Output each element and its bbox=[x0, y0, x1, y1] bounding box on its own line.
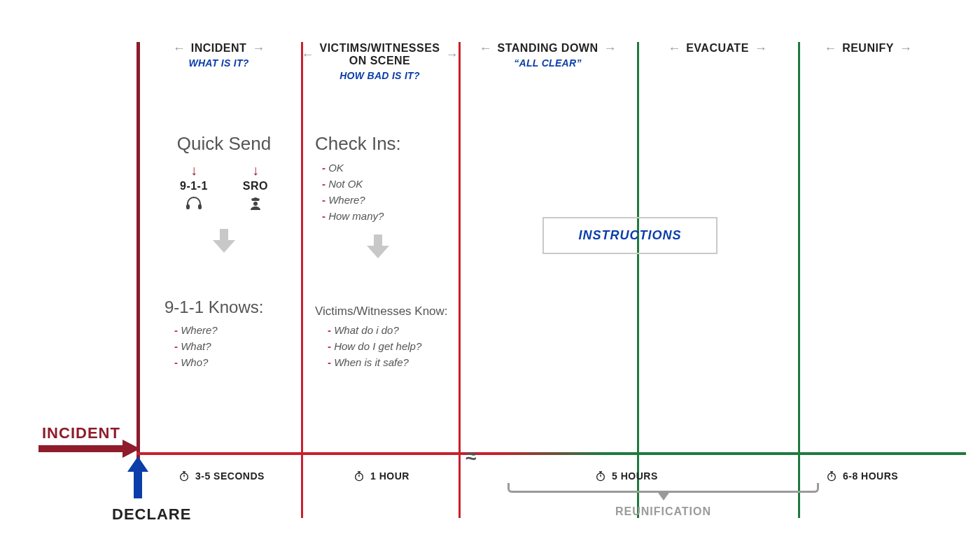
divider-3 bbox=[637, 42, 639, 518]
reunification-label: REUNIFICATION bbox=[507, 505, 819, 518]
quick-send-block: Quick Send ↓ 9-1-1 ↓ SRO bbox=[158, 133, 290, 265]
time-label-2: 1 HOUR bbox=[354, 470, 410, 482]
col-subtitle: HOW BAD IS IT? bbox=[304, 70, 455, 81]
instructions-box: INSTRUCTIONS bbox=[542, 217, 718, 254]
svg-point-5 bbox=[828, 473, 836, 481]
quick-send-sro: ↓ SRO bbox=[243, 162, 268, 216]
quick-send-title: Quick Send bbox=[158, 133, 290, 155]
time-text: 1 HOUR bbox=[370, 470, 410, 482]
label-sro: SRO bbox=[243, 180, 268, 192]
label-911: 9-1-1 bbox=[180, 180, 208, 192]
big-arrow-down-icon bbox=[158, 225, 290, 257]
list-item: OK bbox=[322, 162, 455, 174]
col-title: REUNIFY bbox=[842, 42, 894, 55]
divider-1 bbox=[301, 42, 303, 518]
declare-label: DECLARE bbox=[112, 505, 191, 524]
reunification-brace: REUNIFICATION bbox=[507, 483, 819, 518]
declare-arrow-icon bbox=[127, 456, 148, 501]
svg-point-2 bbox=[181, 473, 188, 481]
vw-know-title: Victims/Witnesses Know: bbox=[315, 304, 462, 318]
col-title: STANDING DOWN bbox=[498, 42, 598, 55]
arrow-down-icon: ↓ bbox=[243, 166, 268, 174]
col-header-incident: ←INCIDENT→ WHAT IS IT? bbox=[140, 42, 298, 69]
col-subtitle: “ALL CLEAR” bbox=[462, 57, 634, 69]
time-label-3: 5 HOURS bbox=[595, 470, 658, 482]
col-header-reunify: ←REUNIFY→ bbox=[802, 42, 934, 55]
quick-send-911: ↓ 9-1-1 bbox=[180, 162, 208, 216]
col-title: VICTIMS/WITNESSES ON SCENE bbox=[319, 42, 440, 67]
time-label-4: 6-8 HOURS bbox=[826, 470, 898, 482]
col-subtitle: WHAT IS IT? bbox=[140, 57, 298, 69]
break-marker-icon: ≈ bbox=[465, 445, 473, 468]
big-arrow-down-icon bbox=[301, 230, 455, 262]
divider-2 bbox=[458, 42, 461, 518]
checkins-block: Check Ins: OK Not OK Where? How many? bbox=[315, 133, 455, 271]
arrow-down-icon: ↓ bbox=[180, 166, 208, 174]
knows-title: 9-1-1 Knows: bbox=[164, 298, 298, 317]
svg-point-3 bbox=[356, 473, 363, 481]
stopwatch-icon bbox=[595, 470, 606, 482]
col-header-standingdown: ←STANDING DOWN→ “ALL CLEAR” bbox=[462, 42, 634, 69]
col-header-victims: ←VICTIMS/WITNESSES ON SCENE→ HOW BAD IS … bbox=[304, 42, 455, 81]
incident-arrow-icon bbox=[38, 440, 140, 461]
time-text: 3-5 SECONDS bbox=[195, 470, 265, 482]
col-title: EVACUATE bbox=[686, 42, 749, 55]
list-item: What do i do? bbox=[328, 324, 462, 336]
stopwatch-icon bbox=[354, 470, 365, 482]
stopwatch-icon bbox=[826, 470, 837, 482]
list-item: How many? bbox=[322, 210, 455, 222]
vw-know-block: Victims/Witnesses Know: What do i do? Ho… bbox=[315, 304, 462, 372]
list-item: How do I get help? bbox=[328, 340, 462, 352]
time-text: 6-8 HOURS bbox=[843, 470, 898, 482]
col-title: INCIDENT bbox=[191, 42, 247, 55]
time-label-1: 3-5 SECONDS bbox=[178, 470, 265, 482]
col-header-evacuate: ←EVACUATE→ bbox=[640, 42, 794, 55]
list-item: Not OK bbox=[322, 178, 455, 190]
svg-rect-1 bbox=[198, 204, 202, 209]
list-item: What? bbox=[174, 340, 298, 352]
time-text: 5 HOURS bbox=[612, 470, 658, 482]
officer-icon bbox=[243, 195, 268, 216]
list-item: Who? bbox=[174, 356, 298, 368]
list-item: Where? bbox=[174, 324, 298, 336]
time-axis bbox=[136, 452, 966, 455]
timeline-diagram: ←INCIDENT→ WHAT IS IT? ←VICTIMS/WITNESSE… bbox=[42, 42, 938, 497]
checkins-title: Check Ins: bbox=[315, 133, 455, 155]
svg-rect-0 bbox=[186, 204, 190, 209]
list-item: When is it safe? bbox=[328, 356, 462, 368]
911-knows-block: 9-1-1 Knows: Where? What? Who? bbox=[164, 298, 298, 372]
list-item: Where? bbox=[322, 194, 455, 206]
stopwatch-icon bbox=[178, 470, 190, 482]
svg-point-4 bbox=[597, 473, 605, 481]
headset-icon bbox=[180, 195, 208, 215]
divider-declare bbox=[136, 42, 140, 497]
divider-4 bbox=[798, 42, 800, 518]
